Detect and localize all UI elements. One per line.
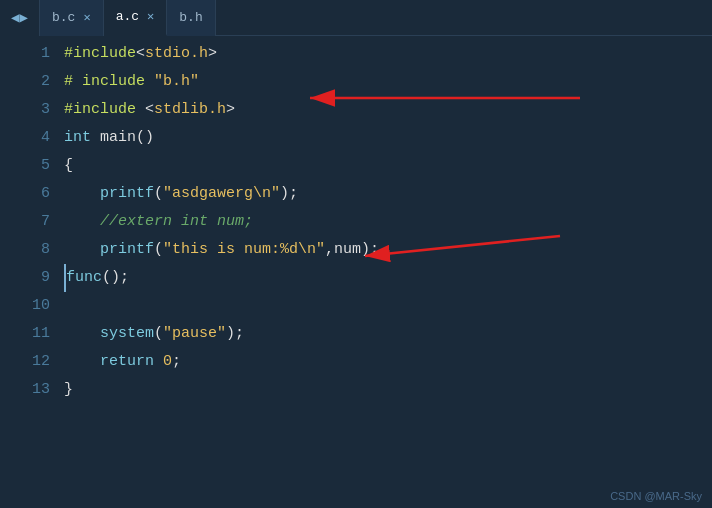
code-line-8: printf("this is num:%d\n",num);	[64, 236, 712, 264]
code-line-4: int main()	[64, 124, 712, 152]
code-line-13: }	[64, 376, 712, 404]
line-numbers: 1 2 3 4 5 6 7 8 9 10 11 12 13	[18, 36, 56, 508]
tab-ac-close[interactable]: ✕	[147, 9, 154, 24]
code-line-3: #include <stdlib.h>	[64, 96, 712, 124]
tab-ac[interactable]: a.c ✕	[104, 0, 168, 36]
code-line-7: //extern int num;	[64, 208, 712, 236]
code-line-10	[64, 292, 712, 320]
tab-bar: ◀▶ b.c ✕ a.c ✕ b.h	[0, 0, 712, 36]
editor-container: 1 2 3 4 5 6 7 8 9 10 11 12 13 #include<s…	[0, 36, 712, 508]
tab-ac-label: a.c	[116, 9, 139, 24]
code-area[interactable]: #include<stdio.h> # include "b.h" #inclu…	[56, 36, 712, 508]
code-line-2: # include "b.h"	[64, 68, 712, 96]
watermark: CSDN @MAR-Sky	[610, 490, 702, 502]
code-line-12: return 0;	[64, 348, 712, 376]
code-line-5: {	[64, 152, 712, 180]
tab-nav-button[interactable]: ◀▶	[0, 0, 40, 36]
code-line-11: system("pause");	[64, 320, 712, 348]
tab-bc-close[interactable]: ✕	[83, 10, 90, 25]
code-line-6: printf("asdgawerg\n");	[64, 180, 712, 208]
tab-bh-label: b.h	[179, 10, 202, 25]
left-gutter	[0, 36, 18, 508]
code-line-9: func();	[64, 264, 712, 292]
code-line-1: #include<stdio.h>	[64, 40, 712, 68]
tab-bc[interactable]: b.c ✕	[40, 0, 104, 36]
tab-bc-label: b.c	[52, 10, 75, 25]
tab-bh[interactable]: b.h	[167, 0, 215, 36]
